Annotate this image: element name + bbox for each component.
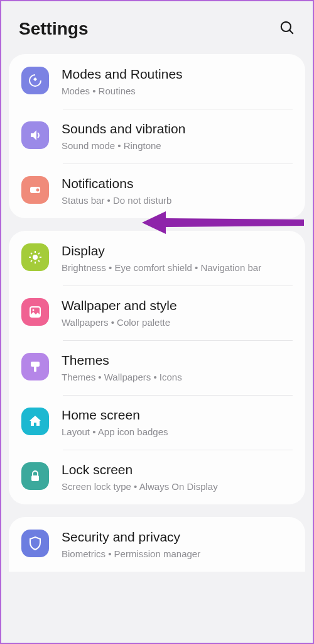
item-lock-screen[interactable]: Lock screen Screen lock type • Always On… bbox=[9, 450, 305, 504]
svg-line-9 bbox=[31, 253, 32, 254]
notification-icon bbox=[21, 176, 49, 204]
item-security-privacy[interactable]: Security and privacy Biometrics • Permis… bbox=[9, 517, 305, 572]
item-sub: Biometrics • Permission manager bbox=[62, 547, 293, 560]
settings-group: Security and privacy Biometrics • Permis… bbox=[9, 517, 305, 572]
speaker-icon bbox=[21, 121, 49, 149]
item-title: Wallpaper and style bbox=[62, 298, 293, 313]
item-themes[interactable]: Themes Themes • Wallpapers • Icons bbox=[9, 340, 305, 395]
svg-line-10 bbox=[38, 260, 40, 262]
search-icon[interactable] bbox=[279, 19, 295, 38]
item-title: Modes and Routines bbox=[62, 67, 293, 82]
image-icon bbox=[21, 298, 49, 326]
svg-line-1 bbox=[290, 30, 293, 34]
item-wallpaper-style[interactable]: Wallpaper and style Wallpapers • Color p… bbox=[9, 286, 305, 340]
paint-icon bbox=[21, 353, 49, 380]
item-sub: Sound mode • Ringtone bbox=[62, 139, 293, 152]
svg-rect-15 bbox=[31, 362, 40, 367]
item-title: Lock screen bbox=[62, 462, 293, 477]
settings-group: Display Brightness • Eye comfort shield … bbox=[9, 231, 305, 504]
item-text: Security and privacy Biometrics • Permis… bbox=[62, 528, 293, 560]
shield-icon bbox=[21, 530, 49, 557]
header: Settings bbox=[1, 1, 313, 54]
item-text: Wallpaper and style Wallpapers • Color p… bbox=[62, 297, 293, 329]
item-sub: Modes • Routines bbox=[62, 84, 293, 97]
item-title: Home screen bbox=[62, 408, 293, 423]
svg-line-12 bbox=[38, 253, 40, 254]
page-title: Settings bbox=[19, 19, 88, 39]
item-title: Display bbox=[62, 243, 293, 258]
lock-icon bbox=[21, 462, 49, 490]
item-title: Sounds and vibration bbox=[62, 121, 293, 136]
item-text: Display Brightness • Eye comfort shield … bbox=[62, 242, 293, 274]
svg-line-11 bbox=[31, 260, 32, 262]
modes-icon bbox=[21, 67, 49, 94]
svg-point-0 bbox=[281, 22, 291, 31]
item-text: Themes Themes • Wallpapers • Icons bbox=[62, 352, 293, 384]
svg-point-14 bbox=[33, 309, 35, 311]
item-sub: Layout • App icon badges bbox=[62, 425, 293, 438]
item-sub: Wallpapers • Color palette bbox=[62, 316, 293, 329]
item-text: Modes and Routines Modes • Routines bbox=[62, 65, 293, 97]
item-title: Notifications bbox=[62, 176, 293, 191]
item-text: Notifications Status bar • Do not distur… bbox=[62, 175, 293, 207]
item-home-screen[interactable]: Home screen Layout • App icon badges bbox=[9, 395, 305, 450]
svg-rect-16 bbox=[34, 367, 36, 372]
brightness-icon bbox=[21, 243, 49, 271]
svg-rect-17 bbox=[31, 475, 39, 481]
item-modes-routines[interactable]: Modes and Routines Modes • Routines bbox=[9, 54, 305, 109]
item-display[interactable]: Display Brightness • Eye comfort shield … bbox=[9, 231, 305, 286]
svg-point-4 bbox=[33, 255, 38, 260]
item-sub: Themes • Wallpapers • Icons bbox=[62, 370, 293, 384]
item-text: Home screen Layout • App icon badges bbox=[62, 406, 293, 438]
svg-point-3 bbox=[36, 189, 40, 192]
settings-group: Modes and Routines Modes • Routines Soun… bbox=[9, 54, 305, 218]
item-text: Sounds and vibration Sound mode • Ringto… bbox=[62, 120, 293, 152]
item-notifications[interactable]: Notifications Status bar • Do not distur… bbox=[9, 164, 305, 218]
item-sub: Brightness • Eye comfort shield • Naviga… bbox=[62, 261, 293, 274]
item-sounds-vibration[interactable]: Sounds and vibration Sound mode • Ringto… bbox=[9, 109, 305, 164]
item-title: Themes bbox=[62, 353, 293, 368]
item-text: Lock screen Screen lock type • Always On… bbox=[62, 461, 293, 493]
item-title: Security and privacy bbox=[62, 530, 293, 545]
item-sub: Status bar • Do not disturb bbox=[62, 194, 293, 207]
home-icon bbox=[21, 408, 49, 435]
item-sub: Screen lock type • Always On Display bbox=[62, 480, 293, 493]
